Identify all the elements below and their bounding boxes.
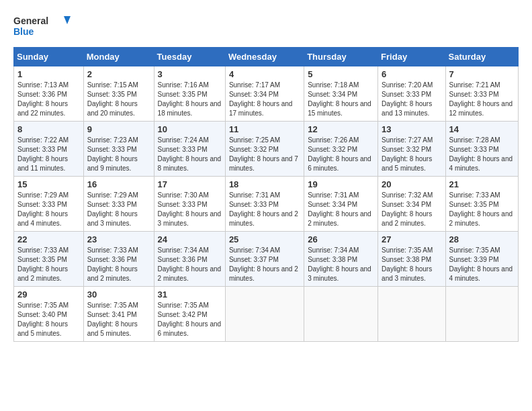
logo-svg: General Blue [13, 13, 74, 40]
calendar-day-26: 26Sunrise: 7:34 AMSunset: 3:38 PMDayligh… [304, 232, 378, 287]
calendar-week-3: 22Sunrise: 7:33 AMSunset: 3:35 PMDayligh… [14, 232, 519, 287]
calendar-day-6: 6Sunrise: 7:20 AMSunset: 3:33 PMDaylight… [378, 66, 445, 122]
calendar-day-24: 24Sunrise: 7:34 AMSunset: 3:36 PMDayligh… [154, 232, 225, 287]
calendar-day-8: 8Sunrise: 7:22 AMSunset: 3:33 PMDaylight… [14, 122, 84, 177]
svg-marker-2 [64, 16, 71, 24]
calendar-day-18: 18Sunrise: 7:31 AMSunset: 3:33 PMDayligh… [225, 177, 304, 232]
calendar-day-7: 7Sunrise: 7:21 AMSunset: 3:33 PMDaylight… [445, 66, 518, 122]
calendar-week-2: 15Sunrise: 7:29 AMSunset: 3:33 PMDayligh… [14, 177, 519, 232]
header-cell-saturday: Saturday [445, 48, 518, 66]
calendar-day-2: 2Sunrise: 7:15 AMSunset: 3:35 PMDaylight… [83, 66, 154, 122]
calendar-header: SundayMondayTuesdayWednesdayThursdayFrid… [14, 48, 519, 66]
header-cell-sunday: Sunday [14, 48, 84, 66]
calendar-day-empty [304, 287, 378, 342]
calendar-day-31: 31Sunrise: 7:35 AMSunset: 3:42 PMDayligh… [154, 287, 225, 342]
calendar-day-4: 4Sunrise: 7:17 AMSunset: 3:34 PMDaylight… [225, 66, 304, 122]
calendar-day-21: 21Sunrise: 7:33 AMSunset: 3:35 PMDayligh… [445, 177, 518, 232]
calendar-day-14: 14Sunrise: 7:28 AMSunset: 3:33 PMDayligh… [445, 122, 518, 177]
page-header: General Blue [13, 13, 519, 40]
calendar-day-16: 16Sunrise: 7:29 AMSunset: 3:33 PMDayligh… [83, 177, 154, 232]
header-cell-tuesday: Tuesday [154, 48, 225, 66]
header-cell-friday: Friday [378, 48, 445, 66]
svg-text:General: General [13, 15, 48, 26]
header-cell-monday: Monday [83, 48, 154, 66]
calendar-day-29: 29Sunrise: 7:35 AMSunset: 3:40 PMDayligh… [14, 287, 84, 342]
calendar-week-1: 8Sunrise: 7:22 AMSunset: 3:33 PMDaylight… [14, 122, 519, 177]
calendar-day-empty [378, 287, 445, 342]
header-cell-thursday: Thursday [304, 48, 378, 66]
calendar-day-30: 30Sunrise: 7:35 AMSunset: 3:41 PMDayligh… [83, 287, 154, 342]
calendar-day-15: 15Sunrise: 7:29 AMSunset: 3:33 PMDayligh… [14, 177, 84, 232]
calendar-day-1: 1Sunrise: 7:13 AMSunset: 3:36 PMDaylight… [14, 66, 84, 122]
calendar-day-11: 11Sunrise: 7:25 AMSunset: 3:32 PMDayligh… [225, 122, 304, 177]
calendar-day-23: 23Sunrise: 7:33 AMSunset: 3:36 PMDayligh… [83, 232, 154, 287]
calendar-day-3: 3Sunrise: 7:16 AMSunset: 3:35 PMDaylight… [154, 66, 225, 122]
calendar-day-27: 27Sunrise: 7:35 AMSunset: 3:38 PMDayligh… [378, 232, 445, 287]
calendar-day-empty [445, 287, 518, 342]
calendar-day-5: 5Sunrise: 7:18 AMSunset: 3:34 PMDaylight… [304, 66, 378, 122]
calendar-week-0: 1Sunrise: 7:13 AMSunset: 3:36 PMDaylight… [14, 66, 519, 122]
calendar-day-9: 9Sunrise: 7:23 AMSunset: 3:33 PMDaylight… [83, 122, 154, 177]
calendar-day-22: 22Sunrise: 7:33 AMSunset: 3:35 PMDayligh… [14, 232, 84, 287]
calendar-week-4: 29Sunrise: 7:35 AMSunset: 3:40 PMDayligh… [14, 287, 519, 342]
calendar-day-12: 12Sunrise: 7:26 AMSunset: 3:32 PMDayligh… [304, 122, 378, 177]
logo: General Blue [13, 13, 74, 40]
calendar-day-empty [225, 287, 304, 342]
calendar-day-13: 13Sunrise: 7:27 AMSunset: 3:32 PMDayligh… [378, 122, 445, 177]
header-cell-wednesday: Wednesday [225, 48, 304, 66]
calendar-table: SundayMondayTuesdayWednesdayThursdayFrid… [13, 47, 519, 342]
calendar-day-20: 20Sunrise: 7:32 AMSunset: 3:34 PMDayligh… [378, 177, 445, 232]
svg-text:Blue: Blue [13, 26, 34, 37]
calendar-day-28: 28Sunrise: 7:35 AMSunset: 3:39 PMDayligh… [445, 232, 518, 287]
calendar-day-25: 25Sunrise: 7:34 AMSunset: 3:37 PMDayligh… [225, 232, 304, 287]
calendar-day-19: 19Sunrise: 7:31 AMSunset: 3:34 PMDayligh… [304, 177, 378, 232]
calendar-day-10: 10Sunrise: 7:24 AMSunset: 3:33 PMDayligh… [154, 122, 225, 177]
header-row: SundayMondayTuesdayWednesdayThursdayFrid… [14, 48, 519, 66]
calendar-day-17: 17Sunrise: 7:30 AMSunset: 3:33 PMDayligh… [154, 177, 225, 232]
calendar-body: 1Sunrise: 7:13 AMSunset: 3:36 PMDaylight… [14, 66, 519, 342]
